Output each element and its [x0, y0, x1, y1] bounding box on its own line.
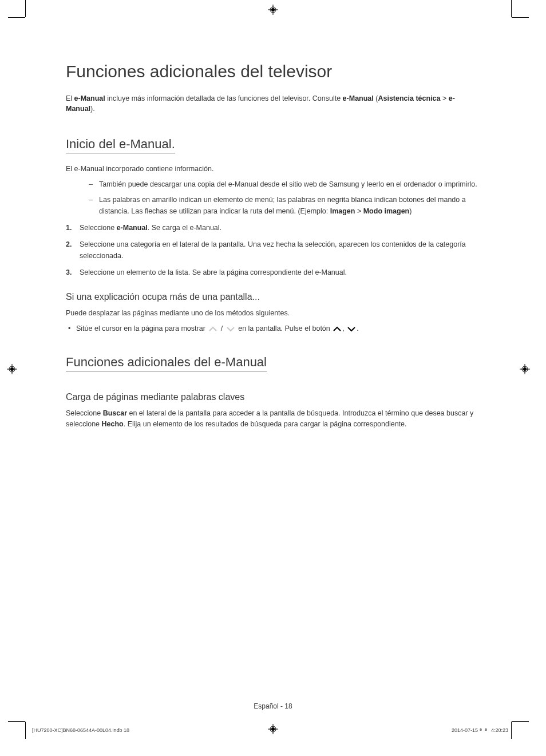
section-funciones: Funciones adicionales del e-Manual Carga…	[66, 355, 481, 430]
list-item: 1. Seleccione e-Manual. Se carga el e-Ma…	[66, 223, 481, 233]
crop-mark	[8, 721, 25, 722]
sub-heading: Carga de páginas mediante palabras clave…	[66, 392, 481, 402]
crop-mark	[512, 721, 529, 722]
text: Seleccione una categoría en el lateral d…	[80, 240, 466, 259]
list-marker: 3.	[66, 267, 72, 278]
crop-mark	[511, 0, 512, 17]
crop-mark	[511, 722, 512, 739]
paragraph: Puede desplazar las páginas mediante uno…	[66, 308, 481, 319]
text: Seleccione	[80, 224, 117, 232]
page-content: Funciones adicionales del televisor El e…	[66, 62, 481, 450]
list-item: Las palabras en amarillo indican un elem…	[89, 195, 481, 217]
chevron-down-icon	[347, 326, 355, 332]
list-marker: 2.	[66, 239, 72, 250]
registration-mark-icon	[520, 364, 530, 374]
footer-meta: [HU7200-XC]BN68-06544A-00L04.indb 18 201…	[32, 727, 508, 733]
list-item: 3. Seleccione un elemento de la lista. S…	[66, 267, 481, 278]
text: >	[355, 207, 363, 215]
intro-paragraph: El e-Manual incluye más información deta…	[66, 94, 481, 114]
text: Sitúe el cursor en la página para mostra…	[76, 324, 207, 333]
chevron-up-ghost-icon	[208, 326, 217, 333]
numbered-list: 1. Seleccione e-Manual. Se carga el e-Ma…	[66, 223, 481, 279]
text: . Se carga el e-Manual.	[148, 224, 221, 232]
crop-mark	[25, 0, 26, 17]
list-item: También puede descargar una copia del e-…	[89, 179, 481, 190]
chevron-up-icon	[333, 326, 341, 332]
dash-list: También puede descargar una copia del e-…	[66, 179, 481, 217]
section-heading: Funciones adicionales del e-Manual	[66, 355, 267, 371]
bold-term: Modo imagen	[363, 207, 410, 215]
text: Seleccione	[66, 409, 103, 417]
bold-term: Buscar	[103, 409, 127, 417]
section-inicio: Inicio del e-Manual. El e-Manual incorpo…	[66, 137, 481, 334]
section-heading: Inicio del e-Manual.	[66, 137, 175, 153]
bold-term: Imagen	[330, 207, 355, 215]
text: )	[409, 207, 412, 215]
paragraph: El e-Manual incorporado contiene informa…	[66, 164, 481, 175]
page-number: Español - 18	[0, 702, 546, 710]
text: . Elija un elemento de los resultados de…	[124, 420, 407, 428]
page-title: Funciones adicionales del televisor	[66, 62, 481, 81]
text: incluye más información detallada de las…	[105, 94, 343, 102]
bold-term: e-Manual	[74, 94, 105, 102]
chevron-down-ghost-icon	[226, 326, 235, 333]
text: >	[441, 94, 449, 102]
footer-timestamp: 2014-07-15 ᄒᄒ 4:20:23	[452, 727, 508, 733]
crop-mark	[8, 17, 25, 18]
text: El	[66, 94, 74, 102]
text: ,	[342, 324, 346, 333]
footer-file: [HU7200-XC]BN68-06544A-00L04.indb 18	[32, 727, 129, 733]
text: en la pantalla. Pulse el botón	[238, 324, 332, 333]
text: /	[221, 324, 225, 333]
text: .	[357, 324, 358, 333]
registration-mark-icon	[7, 364, 17, 374]
list-item: Sitúe el cursor en la página para mostra…	[66, 323, 481, 334]
bold-term: Asistencia técnica	[378, 94, 440, 102]
text: ).	[90, 105, 95, 113]
bold-term: e-Manual	[343, 94, 374, 102]
list-marker: 1.	[66, 223, 72, 233]
bold-term: e-Manual	[117, 224, 148, 232]
paragraph: Seleccione Buscar en el lateral de la pa…	[66, 408, 481, 430]
list-item: 2. Seleccione una categoría en el latera…	[66, 239, 481, 262]
crop-mark	[25, 722, 26, 739]
crop-mark	[512, 17, 529, 18]
registration-mark-icon	[268, 5, 278, 15]
sub-heading: Si una explicación ocupa más de una pant…	[66, 292, 481, 302]
bold-term: Hecho	[102, 420, 124, 428]
text: Seleccione un elemento de la lista. Se a…	[80, 268, 347, 276]
